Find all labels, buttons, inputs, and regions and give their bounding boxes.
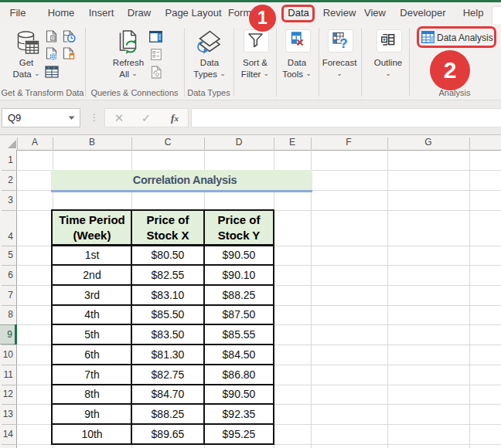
svg-text:?: ?: [339, 36, 347, 49]
